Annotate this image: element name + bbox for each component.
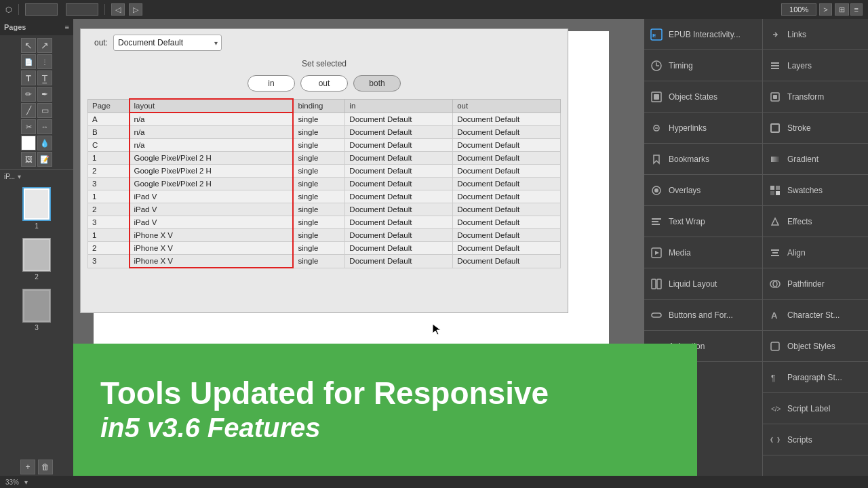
page-tool[interactable]: 📄: [21, 54, 36, 69]
select-tool[interactable]: ↖: [21, 38, 36, 53]
cell-out: Document Default: [453, 113, 561, 126]
text-wrap-icon: [650, 215, 663, 228]
pen-tool[interactable]: ✒: [37, 87, 52, 102]
panel-links[interactable]: Links: [763, 19, 868, 50]
cell-page: 3: [88, 178, 130, 190]
view-btn1[interactable]: ⊞: [835, 3, 849, 16]
hyperlinks-label: Hyperlinks: [669, 123, 707, 133]
transitions-table: Page layout binding in out An/asingleDoc…: [87, 98, 561, 268]
view-btn2[interactable]: ≡: [850, 3, 863, 16]
panel-align[interactable]: Align: [763, 237, 868, 268]
position-y-input[interactable]: [66, 3, 98, 16]
panel-hyperlinks[interactable]: Hyperlinks: [644, 113, 762, 144]
page-thumb-3[interactable]: 3: [0, 285, 73, 336]
panel-epub-interactivity[interactable]: E EPUB Interactivity...: [644, 19, 762, 50]
cell-out: Document Default: [453, 203, 561, 216]
panel-object-states[interactable]: Object States: [644, 81, 762, 113]
panel-effects[interactable]: Effects: [763, 206, 868, 237]
page-num-1: 1: [35, 222, 39, 230]
cell-layout: iPad V: [130, 216, 294, 229]
cell-in: Document Default: [345, 152, 453, 165]
cell-layout: Google Pixel/Pixel 2 H: [130, 165, 294, 178]
cell-page: B: [88, 126, 130, 139]
panel-buttons-forms[interactable]: Buttons and For...: [644, 300, 762, 331]
panel-script-label[interactable]: </> Script Label: [763, 393, 868, 424]
page-thumb-1[interactable]: 1: [0, 183, 73, 234]
panel-scripts[interactable]: Scripts: [763, 424, 868, 455]
panel-text-wrap[interactable]: Text Wrap: [644, 206, 762, 237]
transform-tool[interactable]: ↔: [37, 119, 52, 134]
cell-in: Document Default: [345, 203, 453, 216]
gap-tool[interactable]: ⋮: [37, 54, 52, 69]
zoom-arrow[interactable]: ▾: [24, 479, 28, 486]
panel-character-styles[interactable]: A Character St...: [763, 300, 868, 331]
frame-tool[interactable]: ▭: [37, 103, 52, 118]
cell-layout: iPhone X V: [130, 229, 294, 242]
panel-swatches[interactable]: Swatches: [763, 175, 868, 206]
cell-layout: Google Pixel/Pixel 2 H: [130, 152, 294, 165]
out-button[interactable]: out: [300, 75, 348, 92]
position-x-input[interactable]: [25, 3, 58, 16]
stroke-label: Stroke: [787, 123, 811, 133]
direct-select-tool[interactable]: ↗: [37, 38, 52, 53]
swatches-icon: [768, 184, 782, 197]
zoom-step-btn[interactable]: >: [819, 3, 831, 16]
both-button[interactable]: both: [353, 75, 401, 92]
panel-pathfinder[interactable]: Pathfinder: [763, 268, 868, 300]
timing-label: Timing: [669, 61, 693, 70]
notes-tool[interactable]: 📝: [37, 152, 52, 167]
trash-btn[interactable]: 🗑: [38, 460, 53, 474]
line-tool[interactable]: ╱: [21, 103, 36, 118]
cell-in: Document Default: [345, 229, 453, 242]
banner-subtitle: in5 v3.6 Features: [100, 413, 670, 443]
iphone-dropdown[interactable]: ▾: [18, 173, 21, 180]
cell-in: Document Default: [345, 216, 453, 229]
type-path-tool[interactable]: T̲: [37, 70, 52, 85]
cell-layout: n/a: [130, 126, 294, 139]
panel-media[interactable]: Media: [644, 237, 762, 268]
pencil-tool[interactable]: ✏: [21, 87, 36, 102]
out-select-wrapper[interactable]: Document Default ▾: [113, 35, 222, 51]
right-col2: Links Layers Transform Stroke Gradient: [763, 19, 868, 488]
gradient-icon: [768, 152, 782, 166]
table-row: 2iPad VsingleDocument DefaultDocument De…: [88, 203, 561, 216]
type-tool[interactable]: T: [21, 70, 36, 85]
table-row: 3Google Pixel/Pixel 2 HsingleDocument De…: [88, 178, 561, 190]
panel-gradient[interactable]: Gradient: [763, 144, 868, 175]
arrow-left-btn[interactable]: ◁: [111, 3, 125, 16]
svg-rect-10: [652, 218, 661, 220]
panel-transform[interactable]: Transform: [763, 81, 868, 113]
swatch-tool[interactable]: [21, 136, 36, 150]
panel-layers[interactable]: Layers: [763, 50, 868, 81]
stroke-icon: [768, 121, 782, 135]
eyedropper-tool[interactable]: 💧: [37, 136, 52, 150]
panel-overlays[interactable]: Overlays: [644, 175, 762, 206]
panel-bookmarks[interactable]: Bookmarks: [644, 144, 762, 175]
panel-stroke[interactable]: Stroke: [763, 113, 868, 144]
cell-in: Document Default: [345, 190, 453, 203]
svg-rect-15: [652, 279, 656, 289]
epub-icon: E: [650, 28, 663, 41]
table-row: 1Google Pixel/Pixel 2 HsingleDocument De…: [88, 152, 561, 165]
new-page-btn[interactable]: +: [20, 460, 35, 474]
swatches-label: Swatches: [787, 186, 823, 195]
arrow-right-btn[interactable]: ▷: [129, 3, 142, 16]
panel-timing[interactable]: Timing: [644, 50, 762, 81]
zoom-input[interactable]: 100%: [781, 3, 816, 16]
out-dropdown[interactable]: Document Default: [113, 35, 222, 51]
out-label: out:: [94, 38, 108, 47]
pages-menu-btn[interactable]: ≡: [65, 23, 69, 31]
cell-binding: single: [293, 152, 344, 165]
panel-paragraph-styles[interactable]: ¶ Paragraph St...: [763, 362, 868, 393]
table-row: Cn/asingleDocument DefaultDocument Defau…: [88, 139, 561, 152]
scissors-tool[interactable]: ✂: [21, 119, 36, 134]
in-button[interactable]: in: [248, 75, 295, 92]
cell-in: Document Default: [345, 113, 453, 126]
paragraph-styles-icon: ¶: [768, 371, 782, 384]
cell-binding: single: [293, 113, 344, 126]
image-tool[interactable]: 🖼: [21, 152, 36, 167]
panel-liquid-layout[interactable]: Liquid Layout: [644, 268, 762, 300]
page-thumb-2[interactable]: 2: [0, 234, 73, 285]
svg-rect-20: [771, 65, 779, 66]
panel-object-styles[interactable]: Object Styles: [763, 331, 868, 362]
